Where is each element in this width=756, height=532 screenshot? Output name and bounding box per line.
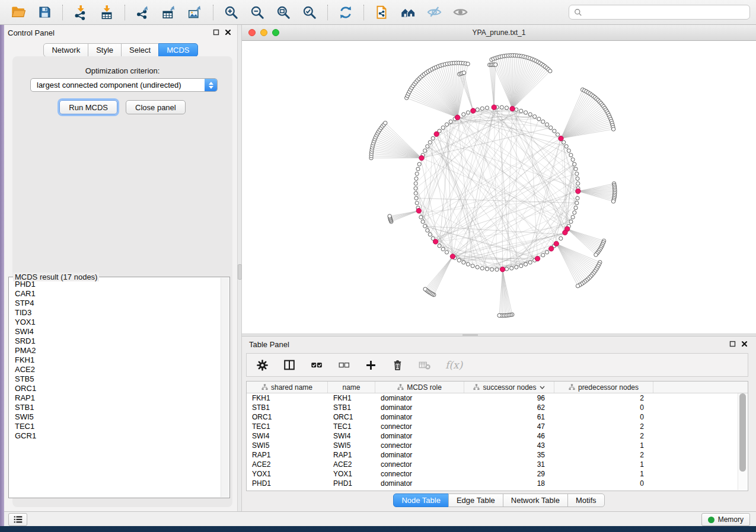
tab-motifs[interactable]: Motifs <box>567 493 605 507</box>
table-cell[interactable]: ORC1 <box>247 413 328 421</box>
table-row[interactable]: SWI5SWI5connector431 <box>247 441 748 450</box>
table-cell[interactable]: 47 <box>464 422 554 431</box>
table-row[interactable]: STB1STB1dominator620 <box>247 403 748 412</box>
table-row[interactable]: PHD1PHD1dominator180 <box>247 479 748 488</box>
result-list-item[interactable]: FKH1 <box>15 355 220 365</box>
result-list-item[interactable]: SRD1 <box>15 336 220 346</box>
table-settings-icon[interactable] <box>256 359 269 371</box>
run-mcds-button[interactable]: Run MCDS <box>59 100 117 114</box>
zoom-out-button[interactable] <box>245 2 270 23</box>
table-cell[interactable]: connector <box>375 441 464 450</box>
table-cell[interactable]: 35 <box>464 451 554 459</box>
column-header-shared-name[interactable]: shared name <box>247 382 328 393</box>
table-cell[interactable]: YOX1 <box>247 470 328 478</box>
table-row[interactable]: FKH1FKH1dominator962 <box>247 393 748 403</box>
export-network-button[interactable] <box>130 2 155 23</box>
network-window-titlebar[interactable]: YPA_prune.txt_1 <box>242 25 756 41</box>
import-table-button[interactable] <box>94 2 119 23</box>
zoom-fit-button[interactable] <box>271 2 296 23</box>
table-cell[interactable]: 2 <box>554 394 653 402</box>
table-cell[interactable]: 1 <box>554 470 653 478</box>
criterion-dropdown[interactable]: largest connected component (undirected) <box>30 78 218 92</box>
table-cell[interactable]: connector <box>375 470 464 478</box>
select-all-rows-icon[interactable] <box>310 358 323 371</box>
table-cell[interactable]: dominator <box>375 394 464 402</box>
table-row[interactable]: SWI4SWI4dominator462 <box>247 431 748 441</box>
table-cell[interactable]: dominator <box>375 413 464 421</box>
close-panel-icon[interactable] <box>741 341 748 347</box>
table-cell[interactable]: connector <box>375 460 464 469</box>
result-list-item[interactable]: SWI4 <box>15 327 220 336</box>
task-history-button[interactable] <box>8 513 27 526</box>
table-cell[interactable]: dominator <box>375 403 464 412</box>
mcds-result-list[interactable]: PHD1CAR1STP4TID3YOX1SWI4SRD1PMA2FKH1ACE2… <box>10 280 220 496</box>
tab-select[interactable]: Select <box>121 43 159 57</box>
table-cell[interactable]: TEC1 <box>328 422 375 431</box>
table-cell[interactable]: FKH1 <box>247 394 328 402</box>
column-header-predecessor-nodes[interactable]: predecessor nodes <box>554 382 653 393</box>
table-row[interactable]: YOX1YOX1connector291 <box>247 469 748 479</box>
result-list-item[interactable]: YOX1 <box>15 318 220 327</box>
table-cell[interactable]: 18 <box>464 479 554 488</box>
table-cell[interactable]: 2 <box>554 422 653 431</box>
table-row[interactable]: TEC1TEC1connector472 <box>247 422 748 431</box>
table-cell[interactable]: 96 <box>464 394 554 402</box>
table-cell[interactable]: 0 <box>554 403 653 412</box>
show-all-button[interactable] <box>448 2 473 23</box>
column-header-MCDS-role[interactable]: MCDS role <box>375 382 464 393</box>
table-cell[interactable]: dominator <box>375 451 464 459</box>
table-row[interactable]: ACE2ACE2connector311 <box>247 460 748 469</box>
export-image-button[interactable] <box>183 2 208 23</box>
result-list-item[interactable]: STB1 <box>15 403 220 412</box>
column-header-successor-nodes[interactable]: successor nodes <box>464 382 554 393</box>
table-cell[interactable]: PHD1 <box>328 479 375 488</box>
result-list-item[interactable]: STP4 <box>15 299 220 308</box>
column-header-name[interactable]: name <box>328 382 375 393</box>
table-cell[interactable]: RAP1 <box>247 451 328 459</box>
splitter-handle[interactable] <box>238 264 242 280</box>
table-cell[interactable]: 61 <box>464 413 554 421</box>
tab-network[interactable]: Network <box>43 43 88 57</box>
table-cell[interactable]: dominator <box>375 432 464 440</box>
result-list-item[interactable]: SWI5 <box>15 412 220 422</box>
table-cell[interactable]: SWI5 <box>328 441 375 450</box>
table-cell[interactable]: TEC1 <box>247 422 328 431</box>
result-list-item[interactable]: CAR1 <box>15 289 220 299</box>
result-list-item[interactable]: PMA2 <box>15 346 220 355</box>
result-list-item[interactable]: ORC1 <box>15 384 220 393</box>
result-list-item[interactable]: GCR1 <box>15 431 220 441</box>
table-cell[interactable]: FKH1 <box>328 394 375 402</box>
result-list-item[interactable]: ACE2 <box>15 365 220 374</box>
deselect-all-rows-icon[interactable] <box>337 358 350 371</box>
table-cell[interactable]: 46 <box>464 432 554 440</box>
maximize-window-icon[interactable] <box>272 29 279 36</box>
import-network-button[interactable] <box>68 2 93 23</box>
zoom-selected-button[interactable] <box>297 2 322 23</box>
result-list-scrollbar[interactable] <box>221 278 229 497</box>
float-panel-icon[interactable] <box>213 29 219 36</box>
table-cell[interactable]: ACE2 <box>328 460 375 469</box>
result-list-item[interactable]: STB5 <box>15 374 220 384</box>
toggle-column-view-icon[interactable] <box>283 358 296 371</box>
result-list-item[interactable]: RAP1 <box>15 393 220 403</box>
search-box[interactable] <box>569 5 750 20</box>
refresh-view-button[interactable] <box>333 2 358 23</box>
table-cell[interactable]: STB1 <box>328 403 375 412</box>
save-session-button[interactable] <box>32 2 57 23</box>
table-row[interactable]: ORC1ORC1dominator610 <box>247 412 748 422</box>
table-cell[interactable]: ACE2 <box>247 460 328 469</box>
tab-edge-table[interactable]: Edge Table <box>448 493 503 507</box>
result-list-item[interactable]: TID3 <box>15 308 220 318</box>
result-list-item[interactable]: PHD1 <box>15 280 220 289</box>
vertical-splitter[interactable] <box>237 25 242 511</box>
tab-style[interactable]: Style <box>88 43 122 57</box>
close-panel-button[interactable]: Close panel <box>126 100 186 114</box>
close-window-icon[interactable] <box>248 29 256 36</box>
memory-button[interactable]: Memory <box>701 513 750 526</box>
table-cell[interactable]: 29 <box>464 470 554 478</box>
minimize-window-icon[interactable] <box>260 29 267 36</box>
table-cell[interactable]: SWI4 <box>247 432 328 440</box>
table-scrollbar[interactable] <box>738 393 747 490</box>
table-cell[interactable]: 2 <box>554 432 653 440</box>
table-cell[interactable]: 0 <box>554 479 653 488</box>
